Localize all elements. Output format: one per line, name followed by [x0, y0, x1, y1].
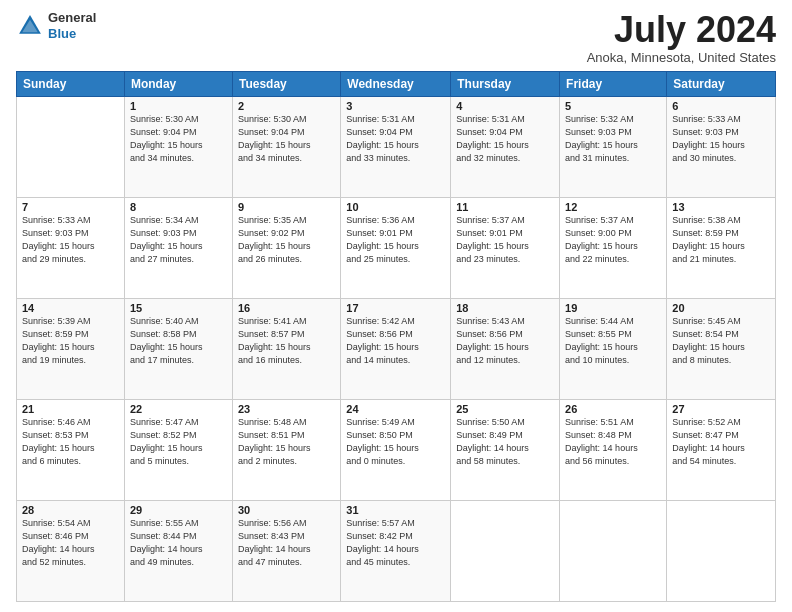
- calendar-cell: 4Sunrise: 5:31 AM Sunset: 9:04 PM Daylig…: [451, 96, 560, 197]
- day-number: 24: [346, 403, 445, 415]
- calendar-cell: [451, 500, 560, 601]
- day-number: 8: [130, 201, 227, 213]
- day-info: Sunrise: 5:38 AM Sunset: 8:59 PM Dayligh…: [672, 214, 770, 266]
- logo-general: General: [48, 10, 96, 26]
- day-number: 3: [346, 100, 445, 112]
- calendar-cell: 3Sunrise: 5:31 AM Sunset: 9:04 PM Daylig…: [341, 96, 451, 197]
- day-info: Sunrise: 5:30 AM Sunset: 9:04 PM Dayligh…: [238, 113, 335, 165]
- day-info: Sunrise: 5:40 AM Sunset: 8:58 PM Dayligh…: [130, 315, 227, 367]
- day-number: 18: [456, 302, 554, 314]
- day-info: Sunrise: 5:45 AM Sunset: 8:54 PM Dayligh…: [672, 315, 770, 367]
- day-header-tuesday: Tuesday: [232, 71, 340, 96]
- day-info: Sunrise: 5:52 AM Sunset: 8:47 PM Dayligh…: [672, 416, 770, 468]
- day-info: Sunrise: 5:51 AM Sunset: 8:48 PM Dayligh…: [565, 416, 661, 468]
- calendar-cell: 18Sunrise: 5:43 AM Sunset: 8:56 PM Dayli…: [451, 298, 560, 399]
- day-info: Sunrise: 5:49 AM Sunset: 8:50 PM Dayligh…: [346, 416, 445, 468]
- calendar-cell: 13Sunrise: 5:38 AM Sunset: 8:59 PM Dayli…: [667, 197, 776, 298]
- day-info: Sunrise: 5:44 AM Sunset: 8:55 PM Dayligh…: [565, 315, 661, 367]
- day-number: 22: [130, 403, 227, 415]
- day-number: 2: [238, 100, 335, 112]
- logo-icon: [16, 12, 44, 40]
- day-number: 21: [22, 403, 119, 415]
- calendar-cell: 14Sunrise: 5:39 AM Sunset: 8:59 PM Dayli…: [17, 298, 125, 399]
- day-info: Sunrise: 5:42 AM Sunset: 8:56 PM Dayligh…: [346, 315, 445, 367]
- day-info: Sunrise: 5:46 AM Sunset: 8:53 PM Dayligh…: [22, 416, 119, 468]
- day-info: Sunrise: 5:54 AM Sunset: 8:46 PM Dayligh…: [22, 517, 119, 569]
- header: General Blue July 2024 Anoka, Minnesota,…: [16, 10, 776, 65]
- calendar-title: July 2024: [587, 10, 776, 50]
- calendar-cell: 31Sunrise: 5:57 AM Sunset: 8:42 PM Dayli…: [341, 500, 451, 601]
- day-info: Sunrise: 5:43 AM Sunset: 8:56 PM Dayligh…: [456, 315, 554, 367]
- day-info: Sunrise: 5:55 AM Sunset: 8:44 PM Dayligh…: [130, 517, 227, 569]
- day-number: 15: [130, 302, 227, 314]
- week-row-2: 7Sunrise: 5:33 AM Sunset: 9:03 PM Daylig…: [17, 197, 776, 298]
- day-header-thursday: Thursday: [451, 71, 560, 96]
- calendar-cell: 21Sunrise: 5:46 AM Sunset: 8:53 PM Dayli…: [17, 399, 125, 500]
- calendar-cell: 11Sunrise: 5:37 AM Sunset: 9:01 PM Dayli…: [451, 197, 560, 298]
- calendar-cell: 27Sunrise: 5:52 AM Sunset: 8:47 PM Dayli…: [667, 399, 776, 500]
- day-info: Sunrise: 5:47 AM Sunset: 8:52 PM Dayligh…: [130, 416, 227, 468]
- day-number: 19: [565, 302, 661, 314]
- calendar-cell: 16Sunrise: 5:41 AM Sunset: 8:57 PM Dayli…: [232, 298, 340, 399]
- calendar-cell: 30Sunrise: 5:56 AM Sunset: 8:43 PM Dayli…: [232, 500, 340, 601]
- day-number: 23: [238, 403, 335, 415]
- week-row-3: 14Sunrise: 5:39 AM Sunset: 8:59 PM Dayli…: [17, 298, 776, 399]
- calendar-table: SundayMondayTuesdayWednesdayThursdayFrid…: [16, 71, 776, 602]
- day-number: 14: [22, 302, 119, 314]
- day-number: 9: [238, 201, 335, 213]
- calendar-cell: [17, 96, 125, 197]
- calendar-subtitle: Anoka, Minnesota, United States: [587, 50, 776, 65]
- day-number: 13: [672, 201, 770, 213]
- calendar-cell: 26Sunrise: 5:51 AM Sunset: 8:48 PM Dayli…: [560, 399, 667, 500]
- day-number: 27: [672, 403, 770, 415]
- day-info: Sunrise: 5:48 AM Sunset: 8:51 PM Dayligh…: [238, 416, 335, 468]
- day-info: Sunrise: 5:33 AM Sunset: 9:03 PM Dayligh…: [672, 113, 770, 165]
- day-header-friday: Friday: [560, 71, 667, 96]
- calendar-cell: 23Sunrise: 5:48 AM Sunset: 8:51 PM Dayli…: [232, 399, 340, 500]
- calendar-cell: 20Sunrise: 5:45 AM Sunset: 8:54 PM Dayli…: [667, 298, 776, 399]
- calendar-cell: 7Sunrise: 5:33 AM Sunset: 9:03 PM Daylig…: [17, 197, 125, 298]
- calendar-cell: 25Sunrise: 5:50 AM Sunset: 8:49 PM Dayli…: [451, 399, 560, 500]
- calendar-cell: [667, 500, 776, 601]
- logo-blue: Blue: [48, 26, 96, 42]
- day-info: Sunrise: 5:36 AM Sunset: 9:01 PM Dayligh…: [346, 214, 445, 266]
- day-number: 29: [130, 504, 227, 516]
- day-number: 7: [22, 201, 119, 213]
- day-number: 12: [565, 201, 661, 213]
- logo-text: General Blue: [48, 10, 96, 41]
- days-header-row: SundayMondayTuesdayWednesdayThursdayFrid…: [17, 71, 776, 96]
- logo: General Blue: [16, 10, 96, 41]
- day-number: 31: [346, 504, 445, 516]
- day-number: 10: [346, 201, 445, 213]
- calendar-cell: 9Sunrise: 5:35 AM Sunset: 9:02 PM Daylig…: [232, 197, 340, 298]
- day-info: Sunrise: 5:41 AM Sunset: 8:57 PM Dayligh…: [238, 315, 335, 367]
- day-header-saturday: Saturday: [667, 71, 776, 96]
- calendar-cell: 22Sunrise: 5:47 AM Sunset: 8:52 PM Dayli…: [124, 399, 232, 500]
- day-info: Sunrise: 5:39 AM Sunset: 8:59 PM Dayligh…: [22, 315, 119, 367]
- day-number: 11: [456, 201, 554, 213]
- calendar-cell: 24Sunrise: 5:49 AM Sunset: 8:50 PM Dayli…: [341, 399, 451, 500]
- calendar-cell: 10Sunrise: 5:36 AM Sunset: 9:01 PM Dayli…: [341, 197, 451, 298]
- calendar-cell: 19Sunrise: 5:44 AM Sunset: 8:55 PM Dayli…: [560, 298, 667, 399]
- calendar-cell: 29Sunrise: 5:55 AM Sunset: 8:44 PM Dayli…: [124, 500, 232, 601]
- day-number: 25: [456, 403, 554, 415]
- calendar-cell: [560, 500, 667, 601]
- day-number: 4: [456, 100, 554, 112]
- page: General Blue July 2024 Anoka, Minnesota,…: [0, 0, 792, 612]
- day-info: Sunrise: 5:37 AM Sunset: 9:01 PM Dayligh…: [456, 214, 554, 266]
- day-info: Sunrise: 5:37 AM Sunset: 9:00 PM Dayligh…: [565, 214, 661, 266]
- day-info: Sunrise: 5:33 AM Sunset: 9:03 PM Dayligh…: [22, 214, 119, 266]
- day-info: Sunrise: 5:32 AM Sunset: 9:03 PM Dayligh…: [565, 113, 661, 165]
- day-number: 20: [672, 302, 770, 314]
- day-info: Sunrise: 5:56 AM Sunset: 8:43 PM Dayligh…: [238, 517, 335, 569]
- day-number: 26: [565, 403, 661, 415]
- calendar-cell: 1Sunrise: 5:30 AM Sunset: 9:04 PM Daylig…: [124, 96, 232, 197]
- day-info: Sunrise: 5:35 AM Sunset: 9:02 PM Dayligh…: [238, 214, 335, 266]
- title-block: July 2024 Anoka, Minnesota, United State…: [587, 10, 776, 65]
- day-number: 16: [238, 302, 335, 314]
- calendar-cell: 8Sunrise: 5:34 AM Sunset: 9:03 PM Daylig…: [124, 197, 232, 298]
- day-info: Sunrise: 5:34 AM Sunset: 9:03 PM Dayligh…: [130, 214, 227, 266]
- calendar-cell: 15Sunrise: 5:40 AM Sunset: 8:58 PM Dayli…: [124, 298, 232, 399]
- day-number: 5: [565, 100, 661, 112]
- day-number: 28: [22, 504, 119, 516]
